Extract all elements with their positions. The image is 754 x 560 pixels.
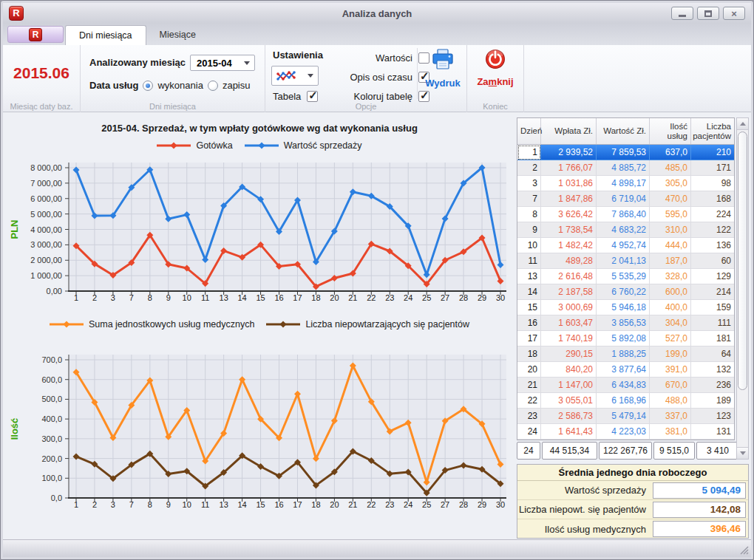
table-cell: 210 [691, 145, 734, 160]
svg-text:Ilość: Ilość [9, 418, 20, 440]
group-days: Analizowany miesiąc 2015-04 Data usług w… [81, 45, 265, 112]
svg-text:2 000,00: 2 000,00 [30, 256, 62, 264]
summary-rows: Wartość sprzedaży5 094,49Liczba niepowt.… [517, 481, 748, 539]
chart-type-select[interactable] [271, 66, 319, 86]
koloruj-tabele-checkbox[interactable] [418, 91, 429, 102]
svg-text:PLN: PLN [9, 220, 20, 239]
svg-text:20: 20 [330, 500, 339, 509]
close-app-button[interactable]: Zamknij [472, 49, 518, 87]
table-cell: 159 [691, 300, 734, 315]
svg-text:29: 29 [478, 500, 486, 509]
svg-text:21: 21 [348, 293, 357, 302]
table-row[interactable]: 21 766,074 885,72485,0171 [517, 160, 734, 176]
table-row[interactable]: 71 847,866 719,04470,0168 [517, 191, 734, 207]
svg-text:25: 25 [422, 293, 431, 302]
svg-text:23: 23 [385, 500, 394, 509]
summary-value: 5 094,49 [653, 482, 746, 499]
svg-text:7 000,00: 7 000,00 [30, 179, 62, 188]
radio-zapisu[interactable] [208, 81, 218, 91]
summary-label: Wartość sprzedaży [517, 485, 653, 496]
table-row[interactable]: 161 603,473 856,53304,0111 [517, 315, 734, 331]
svg-text:25: 25 [422, 500, 431, 509]
tabela-checkbox[interactable] [307, 91, 318, 102]
close-window-button[interactable]: × [723, 7, 745, 20]
svg-text:3: 3 [111, 500, 115, 509]
svg-text:15: 15 [256, 293, 265, 302]
table-row[interactable]: 171 740,195 892,08527,0181 [517, 331, 734, 346]
table-cell: 98 [691, 176, 734, 191]
table-cell: 2 041,13 [597, 253, 650, 269]
scroll-down-button[interactable] [737, 447, 748, 459]
table-cell: 23 [517, 409, 541, 424]
table-row[interactable]: 91 738,544 683,22310,0122 [517, 222, 734, 238]
table-row[interactable]: 12 939,527 859,53637,0210 [517, 145, 734, 160]
svg-text:15: 15 [256, 500, 265, 509]
app-menu-button[interactable]: R [7, 26, 64, 43]
svg-text:14: 14 [237, 500, 246, 509]
tab-miesiace[interactable]: Miesiące [146, 25, 209, 45]
svg-text:0,00: 0,00 [47, 287, 62, 296]
svg-text:5 000,00: 5 000,00 [30, 210, 62, 219]
resize-grip-icon[interactable] [738, 544, 749, 555]
maximize-button[interactable] [697, 7, 719, 20]
table-row[interactable]: 223 055,016 168,96488,0189 [517, 393, 734, 409]
table-row[interactable]: 142 187,586 760,22600,0214 [517, 284, 734, 300]
table-row[interactable]: 211 147,006 434,83670,0236 [517, 378, 734, 393]
svg-text:7: 7 [129, 293, 134, 302]
svg-text:6 000,00: 6 000,00 [30, 194, 62, 203]
table-cell: 13 [517, 269, 541, 284]
table-cell: 304,0 [650, 315, 691, 331]
table-cell: 1 031,86 [541, 176, 597, 191]
chevron-down-icon [244, 61, 250, 65]
svg-text:2: 2 [92, 500, 97, 509]
table-cell: 132 [691, 362, 734, 378]
svg-text:20: 20 [330, 293, 339, 302]
print-button-label: Wydruk [420, 78, 466, 89]
table-cell: 5 479,14 [597, 409, 650, 424]
table-row[interactable]: 153 000,695 946,18400,0159 [517, 300, 734, 315]
table-cell: 16 [517, 315, 541, 331]
table-cell: 11 [517, 253, 541, 269]
radio-wykonania[interactable] [143, 81, 153, 91]
table-cell: 20 [517, 362, 541, 378]
table-cell: 670,0 [650, 378, 691, 393]
svg-text:4 000,00: 4 000,00 [30, 225, 62, 234]
table-row[interactable]: 241 641,434 223,03381,0131 [517, 424, 734, 440]
summary-row: Wartość sprzedaży5 094,49 [517, 481, 748, 500]
print-button[interactable]: Wydruk [420, 49, 466, 89]
scroll-up-button[interactable] [737, 118, 748, 130]
tab-dni-miesiaca[interactable]: Dni miesiąca [65, 25, 146, 45]
maximize-icon [704, 10, 712, 17]
group-caption: Opcje [265, 102, 466, 111]
table-cell: 187,0 [650, 253, 691, 269]
charts-panel: 2015-04. Sprzedaż, w tym wpłaty gotówkow… [5, 113, 514, 539]
table-cell: 136 [691, 238, 734, 253]
table-row[interactable]: 11489,282 041,13187,060 [517, 253, 734, 269]
totals-cell: 3 410 [696, 442, 739, 460]
daily-average-panel: Średnia jednego dnia roboczego Wartość s… [517, 464, 749, 539]
table-cell: 527,0 [650, 331, 691, 346]
svg-text:18: 18 [311, 293, 320, 302]
day-data-table: Dzień Wpłata Zł. Wartość Zł. Ilość usług… [517, 117, 735, 440]
table-row[interactable]: 18290,151 888,25199,064 [517, 346, 734, 362]
table-row[interactable]: 20840,203 877,64391,0132 [517, 362, 734, 378]
table-row[interactable]: 101 482,424 952,74444,0136 [517, 238, 734, 253]
svg-text:29: 29 [478, 293, 486, 302]
totals-cell: 9 515,0 [653, 442, 695, 460]
arrow-down-icon [740, 451, 746, 455]
svg-text:600,0: 600,0 [41, 375, 62, 384]
table-scrollbar[interactable] [736, 117, 749, 460]
table-cell: 15 [517, 300, 541, 315]
table-row[interactable]: 132 616,485 535,29328,0129 [517, 269, 734, 284]
analyzed-month-select[interactable]: 2015-04 [190, 55, 255, 71]
table-cell: 337,0 [650, 409, 691, 424]
scrollbar-thumb[interactable] [738, 132, 747, 390]
svg-text:1: 1 [74, 293, 78, 302]
minimize-button[interactable] [671, 7, 693, 20]
close-app-button-label: Zamknij [472, 76, 518, 87]
table-row[interactable]: 31 031,864 898,17305,098 [517, 176, 734, 191]
table-row[interactable]: 83 626,427 868,40595,0224 [517, 207, 734, 222]
svg-text:28: 28 [459, 500, 468, 509]
table-row[interactable]: 232 586,735 479,14337,0123 [517, 409, 734, 424]
table-cell: 14 [517, 284, 541, 300]
